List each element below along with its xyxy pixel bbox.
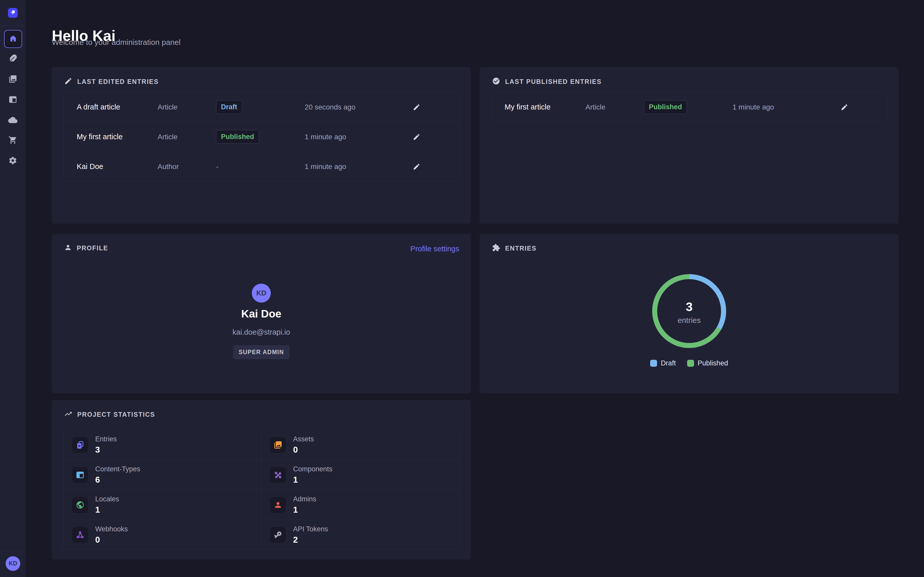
stat-value: 1: [95, 505, 119, 515]
entry-time: 1 minute ago: [305, 133, 412, 141]
layout-icon: [8, 95, 17, 105]
pencil-icon: [413, 103, 420, 111]
pencil-icon: [413, 163, 420, 171]
sidebar-item-settings[interactable]: [0, 153, 26, 169]
feather-icon: [8, 54, 17, 64]
panel-header: LAST EDITED ENTRIES: [64, 77, 158, 86]
puzzle-icon: [492, 243, 500, 253]
stat-label: Components: [293, 465, 333, 473]
stat-label: Webhooks: [95, 525, 128, 533]
cloud-icon: [8, 115, 18, 126]
globe-icon: [72, 497, 88, 513]
panel-header: ENTRIES: [492, 243, 536, 253]
sidebar-item-home[interactable]: [4, 30, 22, 48]
entry-kind: Article: [158, 133, 216, 141]
person-icon: [270, 497, 286, 513]
stat-assets: Assets 0: [261, 430, 459, 460]
sidebar-item-content-type-builder[interactable]: [0, 92, 26, 108]
panel-title: LAST EDITED ENTRIES: [77, 78, 158, 85]
panel-title: PROJECT STATISTICS: [77, 411, 155, 418]
panel-title: PROFILE: [77, 244, 108, 252]
panel-header: PROFILE: [64, 243, 108, 252]
entry-time: 20 seconds ago: [305, 103, 412, 111]
table-row[interactable]: A draft article Article Draft 20 seconds…: [64, 92, 459, 122]
webhook-icon: [72, 527, 88, 543]
stat-value: 6: [95, 475, 141, 485]
sidebar-divider-bottom: [0, 551, 26, 551]
cart-icon: [8, 135, 17, 145]
page-subtitle: Welcome to your administration panel: [52, 38, 181, 47]
entry-time: 1 minute ago: [305, 163, 412, 171]
entry-kind: Article: [585, 103, 644, 111]
nodes-icon: [270, 467, 286, 483]
pencil-icon: [841, 103, 848, 111]
home-icon: [9, 34, 17, 44]
entries-panel: ENTRIES 3 entries Draft Published: [480, 234, 898, 393]
sidebar-item-media-library[interactable]: [0, 72, 26, 87]
user-icon: [64, 243, 72, 252]
edit-entry-button[interactable]: [413, 103, 420, 111]
edit-entry-button[interactable]: [413, 133, 420, 141]
panel-title: LAST PUBLISHED ENTRIES: [505, 78, 602, 85]
strapi-admin-dashboard: { "colors": { "background": "#181826", "…: [0, 0, 924, 577]
sidebar-item-content-manager[interactable]: [0, 51, 26, 67]
key-icon: [270, 527, 286, 543]
pictures-icon: [270, 437, 286, 453]
stat-value: 1: [293, 475, 333, 485]
stat-value: 0: [293, 445, 314, 455]
legend-label: Draft: [661, 359, 676, 367]
stat-webhooks: Webhooks 0: [64, 520, 261, 550]
pencil-icon: [64, 77, 73, 86]
stat-entries: Entries 3: [64, 430, 261, 460]
profile-panel: PROFILE Profile settings KD Kai Doe kai.…: [52, 234, 471, 393]
gear-icon: [8, 156, 17, 166]
stat-value: 2: [293, 535, 328, 545]
entry-kind: Author: [158, 163, 216, 171]
profile-settings-link[interactable]: Profile settings: [410, 245, 459, 253]
table-row[interactable]: My first article Article Published 1 min…: [491, 92, 887, 122]
edit-entry-button[interactable]: [841, 103, 848, 111]
sidebar-item-marketplace[interactable]: [0, 133, 26, 148]
stat-label: API Tokens: [293, 525, 328, 533]
legend-item-draft: Draft: [650, 359, 676, 367]
stat-value: 1: [293, 505, 316, 515]
legend-label: Published: [698, 359, 728, 367]
profile-name: Kai Doe: [52, 308, 471, 320]
sidebar-user-avatar[interactable]: KD: [6, 556, 20, 571]
role-badge: SUPER ADMIN: [233, 345, 289, 359]
last-edited-entries-panel: LAST EDITED ENTRIES A draft article Arti…: [52, 67, 471, 224]
profile-email: kai.doe@strapi.io: [52, 328, 471, 337]
strapi-logo[interactable]: [8, 8, 18, 18]
draft-swatch: [650, 360, 657, 367]
status-badge: Published: [216, 130, 259, 143]
edit-entry-button[interactable]: [413, 163, 420, 171]
table-row[interactable]: My first article Article Published 1 min…: [64, 122, 459, 152]
entry-time: 1 minute ago: [733, 103, 840, 111]
last-published-table: My first article Article Published 1 min…: [491, 92, 887, 122]
stat-locales: Locales 1: [64, 490, 261, 520]
stat-value: 0: [95, 535, 128, 545]
stat-label: Assets: [293, 435, 314, 443]
documents-icon: [72, 437, 88, 453]
entry-name: My first article: [77, 132, 158, 141]
stat-value: 3: [95, 445, 117, 455]
sidebar-divider-top: [0, 26, 26, 26]
stats-grid: Entries 3 Assets 0 Content-Types 6: [63, 430, 459, 550]
stat-label: Locales: [95, 495, 119, 503]
entry-name: A draft article: [77, 103, 158, 111]
panel-title: ENTRIES: [505, 245, 536, 252]
donut-total-label: entries: [651, 316, 727, 325]
status-badge: Draft: [216, 100, 242, 114]
status-badge: Published: [644, 100, 687, 114]
chart-legend: Draft Published: [480, 359, 898, 367]
stat-api-tokens: API Tokens 2: [261, 520, 459, 550]
sidebar-item-deploy[interactable]: [0, 113, 26, 128]
table-row[interactable]: Kai Doe Author - 1 minute ago: [64, 152, 459, 181]
stat-label: Entries: [95, 435, 117, 443]
avatar: KD: [252, 284, 271, 303]
trending-up-icon: [64, 410, 73, 419]
layout-icon: [72, 467, 88, 483]
status-empty: -: [216, 163, 218, 171]
project-statistics-panel: PROJECT STATISTICS Entries 3 Assets 0: [52, 400, 471, 559]
stat-label: Admins: [293, 495, 316, 503]
